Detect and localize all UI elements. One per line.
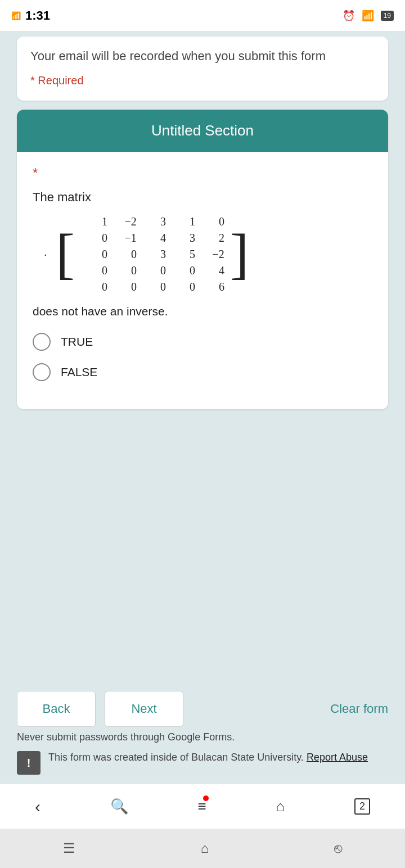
question-text-after: does not have an inverse. bbox=[33, 305, 372, 318]
matrix-bracket-left: [ bbox=[56, 226, 75, 282]
matrix-cell: 0 bbox=[197, 215, 224, 228]
status-left: 📶 1:31 bbox=[11, 8, 50, 23]
abuse-description: This form was created inside of Bulacan … bbox=[48, 752, 304, 763]
matrix-cell: 0 bbox=[110, 248, 137, 261]
buttons-row: Back Next Clear form bbox=[0, 691, 405, 727]
gesture-back-icon: ⎋ bbox=[334, 840, 342, 856]
home-nav-icon[interactable]: ⌂ bbox=[276, 798, 285, 815]
back-button[interactable]: Back bbox=[17, 691, 96, 727]
radio-label-false: FALSE bbox=[61, 365, 97, 379]
info-card: Your email will be recorded when you sub… bbox=[17, 37, 388, 101]
matrix-cell: 6 bbox=[197, 281, 224, 293]
abuse-text: This form was created inside of Bulacan … bbox=[48, 750, 368, 765]
radio-circle-true[interactable] bbox=[33, 333, 51, 351]
matrix-cell: 2 bbox=[197, 232, 224, 245]
matrix-body: 1 −2 3 1 0 0 −1 4 3 2 0 0 3 5 −2 bbox=[80, 215, 224, 293]
matrix-cell: 0 bbox=[80, 281, 107, 293]
wifi-icon: 📶 bbox=[362, 10, 374, 22]
gesture-menu-icon: ☰ bbox=[63, 840, 75, 856]
password-notice: Never submit passwords through Google Fo… bbox=[0, 731, 405, 743]
radio-circle-false[interactable] bbox=[33, 363, 51, 381]
menu-nav-icon[interactable]: ≡ bbox=[198, 798, 206, 815]
matrix-container: · [ 1 −2 3 1 0 0 −1 4 3 2 0 0 bbox=[44, 215, 372, 293]
matrix-cell: 0 bbox=[139, 281, 166, 293]
next-button[interactable]: Next bbox=[105, 691, 183, 727]
notification-dot bbox=[203, 795, 209, 801]
question-required-star: * bbox=[33, 165, 372, 181]
matrix-cell: 4 bbox=[139, 232, 166, 245]
section-header: Untitled Section bbox=[17, 110, 388, 152]
content-area: Your email will be recorded when you sub… bbox=[0, 31, 405, 691]
alarm-icon: ⏰ bbox=[343, 10, 355, 22]
section-title: Untitled Section bbox=[30, 122, 375, 139]
signal-icon: 📶 bbox=[11, 11, 21, 20]
matrix-cell: 0 bbox=[168, 264, 195, 277]
status-bar: 📶 1:31 ⏰ 📶 19 bbox=[0, 0, 405, 31]
section-wrapper: Untitled Section * The matrix · [ 1 −2 3… bbox=[17, 110, 388, 409]
matrix-cell: 0 bbox=[80, 264, 107, 277]
battery-indicator: 19 bbox=[381, 11, 394, 21]
matrix-dot: · bbox=[44, 248, 47, 261]
email-notice-text: Your email will be recorded when you sub… bbox=[30, 48, 375, 65]
matrix-cell: 0 bbox=[139, 264, 166, 277]
clear-form-button[interactable]: Clear form bbox=[330, 702, 388, 716]
question-card: * The matrix · [ 1 −2 3 1 0 0 −1 4 3 bbox=[17, 152, 388, 409]
status-time: 1:31 bbox=[25, 8, 50, 23]
footer-abuse: ! This form was created inside of Bulaca… bbox=[0, 750, 405, 775]
gesture-home-icon: ⌂ bbox=[201, 840, 209, 856]
matrix-cell: −1 bbox=[110, 232, 137, 245]
status-right: ⏰ 📶 19 bbox=[343, 10, 394, 22]
option-false[interactable]: FALSE bbox=[33, 363, 372, 381]
report-abuse-link[interactable]: Report Abuse bbox=[307, 752, 368, 763]
back-nav-icon[interactable]: ‹ bbox=[35, 797, 40, 816]
search-nav-icon[interactable]: 🔍 bbox=[110, 798, 128, 815]
matrix-cell: 5 bbox=[168, 248, 195, 261]
tabs-nav-icon[interactable]: 2 bbox=[354, 798, 370, 815]
matrix-bracket-right: ] bbox=[230, 226, 249, 282]
matrix-cell: 3 bbox=[139, 248, 166, 261]
radio-label-true: TRUE bbox=[61, 335, 93, 349]
gesture-bar: ☰ ⌂ ⎋ bbox=[0, 829, 405, 868]
matrix-cell: 0 bbox=[110, 281, 137, 293]
matrix-cell: 1 bbox=[168, 215, 195, 228]
android-nav-bar: ‹ 🔍 ≡ ⌂ 2 bbox=[0, 784, 405, 829]
matrix-cell: 0 bbox=[168, 281, 195, 293]
matrix-cell: 0 bbox=[80, 248, 107, 261]
question-text-before: The matrix bbox=[33, 188, 372, 206]
option-true[interactable]: TRUE bbox=[33, 333, 372, 351]
matrix-cell: −2 bbox=[110, 215, 137, 228]
matrix-cell: 4 bbox=[197, 264, 224, 277]
abuse-icon: ! bbox=[17, 751, 40, 775]
matrix-cell: 1 bbox=[80, 215, 107, 228]
matrix-cell: 0 bbox=[110, 264, 137, 277]
matrix-cell: 3 bbox=[139, 215, 166, 228]
matrix-cell: 0 bbox=[80, 232, 107, 245]
matrix-cell: 3 bbox=[168, 232, 195, 245]
matrix-cell: −2 bbox=[197, 248, 224, 261]
required-label: * Required bbox=[30, 74, 375, 87]
